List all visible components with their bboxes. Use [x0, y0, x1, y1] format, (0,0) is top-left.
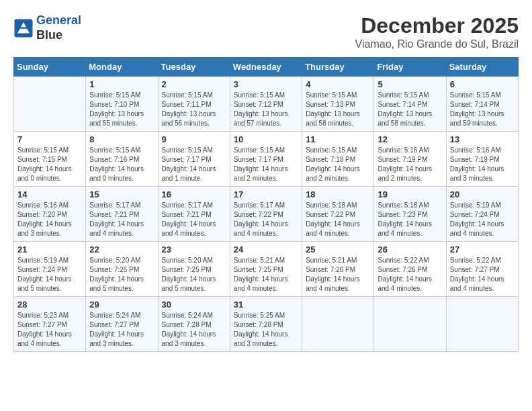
- day-number: 12: [378, 134, 442, 144]
- day-cell: [14, 77, 86, 132]
- title-block: December 2025 Viamao, Rio Grande do Sul,…: [355, 13, 519, 50]
- day-number: 25: [306, 244, 370, 255]
- day-cell: 7Sunrise: 5:15 AM Sunset: 7:15 PM Daylig…: [14, 132, 86, 187]
- day-cell: 16Sunrise: 5:17 AM Sunset: 7:21 PM Dayli…: [158, 187, 230, 242]
- day-cell: 6Sunrise: 5:15 AM Sunset: 7:14 PM Daylig…: [446, 77, 518, 132]
- day-info: Sunrise: 5:20 AM Sunset: 7:25 PM Dayligh…: [162, 256, 226, 293]
- day-cell: 29Sunrise: 5:24 AM Sunset: 7:27 PM Dayli…: [86, 297, 158, 352]
- weekday-header-saturday: Saturday: [446, 58, 518, 77]
- day-cell: 21Sunrise: 5:19 AM Sunset: 7:24 PM Dayli…: [14, 242, 86, 297]
- day-cell: 13Sunrise: 5:16 AM Sunset: 7:19 PM Dayli…: [446, 132, 518, 187]
- day-info: Sunrise: 5:16 AM Sunset: 7:19 PM Dayligh…: [450, 146, 515, 183]
- day-info: Sunrise: 5:15 AM Sunset: 7:10 PM Dayligh…: [89, 91, 154, 128]
- month-title: December 2025: [355, 13, 519, 38]
- day-info: Sunrise: 5:17 AM Sunset: 7:21 PM Dayligh…: [162, 201, 226, 238]
- day-cell: 23Sunrise: 5:20 AM Sunset: 7:25 PM Dayli…: [158, 242, 230, 297]
- day-info: Sunrise: 5:18 AM Sunset: 7:22 PM Dayligh…: [306, 201, 370, 238]
- weekday-header-tuesday: Tuesday: [158, 58, 230, 77]
- week-row-5: 28Sunrise: 5:23 AM Sunset: 7:27 PM Dayli…: [14, 297, 519, 352]
- day-info: Sunrise: 5:17 AM Sunset: 7:21 PM Dayligh…: [89, 201, 154, 238]
- day-number: 4: [306, 79, 370, 89]
- day-info: Sunrise: 5:15 AM Sunset: 7:12 PM Dayligh…: [234, 91, 298, 128]
- day-info: Sunrise: 5:19 AM Sunset: 7:24 PM Dayligh…: [17, 256, 82, 293]
- day-number: 30: [162, 300, 226, 310]
- day-info: Sunrise: 5:15 AM Sunset: 7:16 PM Dayligh…: [89, 146, 154, 183]
- day-info: Sunrise: 5:15 AM Sunset: 7:18 PM Dayligh…: [306, 146, 370, 183]
- day-cell: 25Sunrise: 5:21 AM Sunset: 7:26 PM Dayli…: [302, 242, 374, 297]
- day-cell: 18Sunrise: 5:18 AM Sunset: 7:22 PM Dayli…: [302, 187, 374, 242]
- weekday-header-row: SundayMondayTuesdayWednesdayThursdayFrid…: [14, 58, 519, 77]
- day-cell: 3Sunrise: 5:15 AM Sunset: 7:12 PM Daylig…: [230, 77, 302, 132]
- day-number: 27: [450, 244, 515, 255]
- weekday-header-sunday: Sunday: [14, 58, 86, 77]
- week-row-1: 1Sunrise: 5:15 AM Sunset: 7:10 PM Daylig…: [14, 77, 519, 132]
- day-info: Sunrise: 5:16 AM Sunset: 7:19 PM Dayligh…: [378, 146, 442, 183]
- day-info: Sunrise: 5:15 AM Sunset: 7:13 PM Dayligh…: [306, 91, 370, 128]
- day-cell: 28Sunrise: 5:23 AM Sunset: 7:27 PM Dayli…: [14, 297, 86, 352]
- day-cell: 24Sunrise: 5:21 AM Sunset: 7:25 PM Dayli…: [230, 242, 302, 297]
- day-info: Sunrise: 5:24 AM Sunset: 7:27 PM Dayligh…: [89, 311, 154, 349]
- day-cell: 22Sunrise: 5:20 AM Sunset: 7:25 PM Dayli…: [86, 242, 158, 297]
- logo-text: General Blue: [36, 13, 81, 42]
- day-cell: 1Sunrise: 5:15 AM Sunset: 7:10 PM Daylig…: [86, 77, 158, 132]
- week-row-3: 14Sunrise: 5:16 AM Sunset: 7:20 PM Dayli…: [14, 187, 519, 242]
- day-cell: 14Sunrise: 5:16 AM Sunset: 7:20 PM Dayli…: [14, 187, 86, 242]
- day-number: 28: [17, 300, 82, 310]
- logo-line2: Blue: [36, 28, 81, 43]
- day-number: 3: [234, 79, 298, 89]
- day-number: 8: [89, 134, 154, 144]
- week-row-2: 7Sunrise: 5:15 AM Sunset: 7:15 PM Daylig…: [14, 132, 519, 187]
- day-cell: 8Sunrise: 5:15 AM Sunset: 7:16 PM Daylig…: [86, 132, 158, 187]
- day-info: Sunrise: 5:21 AM Sunset: 7:26 PM Dayligh…: [306, 256, 370, 293]
- day-info: Sunrise: 5:25 AM Sunset: 7:28 PM Dayligh…: [234, 311, 298, 349]
- day-number: 5: [378, 79, 442, 89]
- day-number: 31: [234, 300, 298, 310]
- weekday-header-wednesday: Wednesday: [230, 58, 302, 77]
- day-info: Sunrise: 5:24 AM Sunset: 7:28 PM Dayligh…: [162, 311, 226, 349]
- logo-icon: [13, 18, 34, 38]
- weekday-header-monday: Monday: [86, 58, 158, 77]
- day-cell: 2Sunrise: 5:15 AM Sunset: 7:11 PM Daylig…: [158, 77, 230, 132]
- day-number: 20: [450, 189, 515, 199]
- week-row-4: 21Sunrise: 5:19 AM Sunset: 7:24 PM Dayli…: [14, 242, 519, 297]
- day-info: Sunrise: 5:15 AM Sunset: 7:15 PM Dayligh…: [17, 146, 82, 183]
- logo: General Blue: [13, 13, 81, 42]
- day-cell: 15Sunrise: 5:17 AM Sunset: 7:21 PM Dayli…: [86, 187, 158, 242]
- day-info: Sunrise: 5:20 AM Sunset: 7:25 PM Dayligh…: [89, 256, 154, 293]
- day-info: Sunrise: 5:19 AM Sunset: 7:24 PM Dayligh…: [450, 201, 515, 238]
- day-number: 29: [89, 300, 154, 310]
- day-number: 6: [450, 79, 515, 89]
- day-number: 18: [306, 189, 370, 199]
- day-cell: 31Sunrise: 5:25 AM Sunset: 7:28 PM Dayli…: [230, 297, 302, 352]
- day-number: 15: [89, 189, 154, 199]
- day-info: Sunrise: 5:22 AM Sunset: 7:26 PM Dayligh…: [378, 256, 442, 293]
- page-header: General Blue December 2025 Viamao, Rio G…: [13, 13, 519, 50]
- day-cell: 9Sunrise: 5:15 AM Sunset: 7:17 PM Daylig…: [158, 132, 230, 187]
- day-info: Sunrise: 5:23 AM Sunset: 7:27 PM Dayligh…: [17, 311, 82, 349]
- day-number: 19: [378, 189, 442, 199]
- calendar-table: SundayMondayTuesdayWednesdayThursdayFrid…: [13, 57, 519, 352]
- day-cell: [446, 297, 518, 352]
- day-cell: 20Sunrise: 5:19 AM Sunset: 7:24 PM Dayli…: [446, 187, 518, 242]
- day-cell: 4Sunrise: 5:15 AM Sunset: 7:13 PM Daylig…: [302, 77, 374, 132]
- day-info: Sunrise: 5:15 AM Sunset: 7:14 PM Dayligh…: [450, 91, 515, 128]
- day-info: Sunrise: 5:15 AM Sunset: 7:11 PM Dayligh…: [162, 91, 226, 128]
- svg-rect-2: [19, 27, 29, 28]
- location-title: Viamao, Rio Grande do Sul, Brazil: [355, 38, 519, 50]
- day-info: Sunrise: 5:18 AM Sunset: 7:23 PM Dayligh…: [378, 201, 442, 238]
- day-number: 14: [17, 189, 82, 199]
- day-info: Sunrise: 5:21 AM Sunset: 7:25 PM Dayligh…: [234, 256, 298, 293]
- day-cell: 30Sunrise: 5:24 AM Sunset: 7:28 PM Dayli…: [158, 297, 230, 352]
- day-info: Sunrise: 5:15 AM Sunset: 7:17 PM Dayligh…: [234, 146, 298, 183]
- day-cell: 27Sunrise: 5:22 AM Sunset: 7:27 PM Dayli…: [446, 242, 518, 297]
- day-number: 21: [17, 244, 82, 255]
- logo-line1: General: [36, 13, 81, 27]
- day-cell: 5Sunrise: 5:15 AM Sunset: 7:14 PM Daylig…: [374, 77, 446, 132]
- day-info: Sunrise: 5:15 AM Sunset: 7:17 PM Dayligh…: [162, 146, 226, 183]
- day-number: 26: [378, 244, 442, 255]
- day-cell: [302, 297, 374, 352]
- day-cell: 19Sunrise: 5:18 AM Sunset: 7:23 PM Dayli…: [374, 187, 446, 242]
- day-number: 17: [234, 189, 298, 199]
- day-cell: 12Sunrise: 5:16 AM Sunset: 7:19 PM Dayli…: [374, 132, 446, 187]
- day-number: 16: [162, 189, 226, 199]
